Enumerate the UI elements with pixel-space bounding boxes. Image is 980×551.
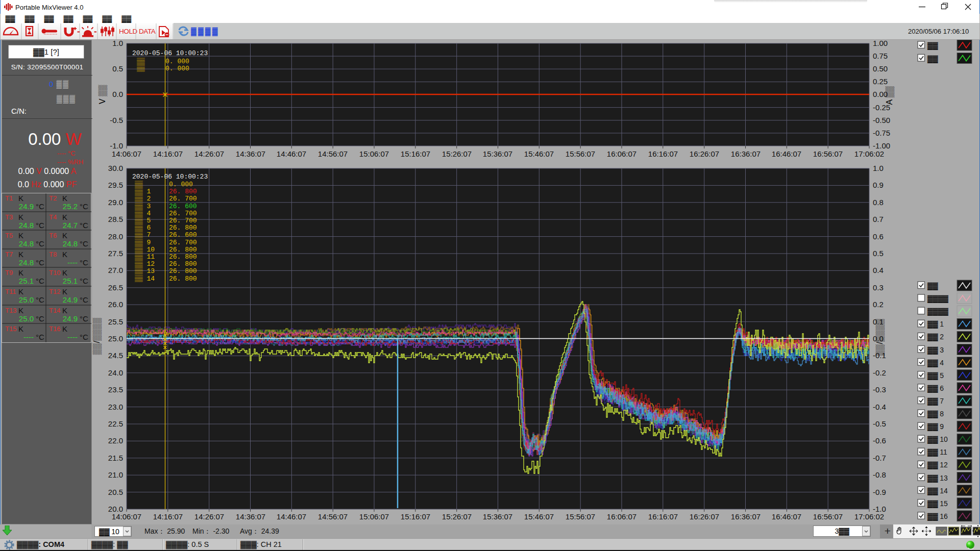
svg-text:22.0: 22.0 xyxy=(108,436,123,445)
svg-text:▒▒: ▒▒ xyxy=(137,58,145,65)
svg-text:14:26:07: 14:26:07 xyxy=(194,512,224,521)
svg-text:▒▒/▒▒▒▒: ▒▒/▒▒▒▒ xyxy=(92,317,102,355)
svg-text:K: K xyxy=(18,250,23,259)
svg-text:▒▒ 7: ▒▒ 7 xyxy=(135,231,151,239)
svg-text:0. 000: 0. 000 xyxy=(165,58,189,65)
svg-text:14:36:07: 14:36:07 xyxy=(236,512,265,521)
svg-text:0. 000: 0. 000 xyxy=(165,65,189,72)
svg-text:14:46:07: 14:46:07 xyxy=(277,149,306,158)
svg-text:15:16:07: 15:16:07 xyxy=(401,149,430,158)
svg-text:27.5: 27.5 xyxy=(108,249,123,258)
svg-text:16:26:07: 16:26:07 xyxy=(690,512,719,521)
svg-text:K: K xyxy=(62,194,67,203)
svg-text:K: K xyxy=(62,268,67,277)
svg-text:K: K xyxy=(62,213,67,221)
svg-text:0.4: 0.4 xyxy=(873,266,884,274)
svg-text:24.8: 24.8 xyxy=(19,258,34,267)
svg-text:29.0: 29.0 xyxy=(108,198,123,207)
svg-text:30.0: 30.0 xyxy=(108,164,123,172)
svg-text:K: K xyxy=(18,324,23,333)
svg-text:15:56:07: 15:56:07 xyxy=(566,149,595,158)
svg-text:24.8: 24.8 xyxy=(19,239,34,248)
svg-text:▒▒ 5: ▒▒ 5 xyxy=(135,217,151,224)
svg-text:K: K xyxy=(18,306,23,315)
svg-text:▓▓▓▓: ▓▓▓▓ xyxy=(927,294,949,304)
svg-text:K: K xyxy=(18,213,23,221)
svg-text:▓▓ 6: ▓▓ 6 xyxy=(927,384,944,393)
svg-text:1.00: 1.00 xyxy=(873,40,888,47)
svg-text:14:16:07: 14:16:07 xyxy=(153,512,183,521)
svg-text:T4: T4 xyxy=(49,213,57,221)
svg-text:23.0: 23.0 xyxy=(108,403,123,411)
svg-text:16:46:07: 16:46:07 xyxy=(772,149,801,158)
svg-text:14:36:07: 14:36:07 xyxy=(236,149,265,158)
svg-text:24.8: 24.8 xyxy=(63,239,78,248)
svg-text:▒▒ 11: ▒▒ 11 xyxy=(135,253,155,261)
svg-text:24.5: 24.5 xyxy=(108,351,123,360)
svg-text:15:26:07: 15:26:07 xyxy=(442,149,472,158)
svg-text:29.5: 29.5 xyxy=(108,181,123,189)
svg-text:0.9: 0.9 xyxy=(873,181,884,189)
svg-text:K: K xyxy=(62,231,67,240)
svg-text:26.0: 26.0 xyxy=(108,300,123,309)
svg-text:0.3: 0.3 xyxy=(873,283,884,292)
svg-text:A ▒▒: A ▒▒ xyxy=(885,86,894,105)
svg-text:T3: T3 xyxy=(5,213,13,221)
svg-text:°C: °C xyxy=(80,239,88,248)
svg-text:25.1: 25.1 xyxy=(63,277,78,285)
svg-text:0.2: 0.2 xyxy=(873,300,884,309)
svg-text:25.0: 25.0 xyxy=(19,295,34,304)
svg-text:26. 700: 26. 700 xyxy=(169,217,197,224)
svg-text:0.5: 0.5 xyxy=(873,249,884,258)
svg-text:26. 800: 26. 800 xyxy=(169,260,197,268)
svg-text:T6: T6 xyxy=(49,232,57,239)
svg-text:0.5: 0.5 xyxy=(112,64,123,73)
svg-text:-0.8: -0.8 xyxy=(873,470,886,479)
svg-text:-0.2: -0.2 xyxy=(873,368,886,377)
svg-text:16:36:07: 16:36:07 xyxy=(731,149,761,158)
svg-text:°C: °C xyxy=(80,202,88,211)
svg-text:24.8: 24.8 xyxy=(19,221,34,230)
svg-text:0.25: 0.25 xyxy=(873,77,888,86)
svg-text:▓▓ 1: ▓▓ 1 xyxy=(927,320,944,329)
svg-text:15:56:07: 15:56:07 xyxy=(566,512,595,521)
svg-text:K: K xyxy=(62,287,67,296)
svg-text:0.7: 0.7 xyxy=(873,215,884,223)
svg-text:T15: T15 xyxy=(5,325,16,333)
svg-text:24.9: 24.9 xyxy=(63,314,78,323)
svg-text:14:06:07: 14:06:07 xyxy=(112,512,141,521)
svg-text:1.0: 1.0 xyxy=(112,40,123,47)
svg-text:-0.6: -0.6 xyxy=(873,436,886,445)
svg-text:°C: °C xyxy=(80,314,88,323)
svg-text:°C: °C xyxy=(36,277,44,285)
svg-text:▒▒: ▒▒ xyxy=(135,181,143,188)
svg-text:15:36:07: 15:36:07 xyxy=(483,149,512,158)
svg-text:▓▓: ▓▓ xyxy=(927,41,938,51)
svg-text:24.9: 24.9 xyxy=(19,202,34,211)
svg-text:0.6: 0.6 xyxy=(873,232,884,241)
svg-text:25.5: 25.5 xyxy=(108,317,123,326)
svg-text:26. 800: 26. 800 xyxy=(169,188,197,195)
svg-text:-0.5: -0.5 xyxy=(110,116,123,124)
svg-text:T14: T14 xyxy=(49,307,60,314)
svg-text:▒▒/▒▒▒▒: ▒▒/▒▒▒▒ xyxy=(875,318,885,356)
svg-text:24.0: 24.0 xyxy=(108,368,123,377)
svg-text:25.0: 25.0 xyxy=(108,334,123,343)
svg-text:T11: T11 xyxy=(5,288,16,295)
svg-text:2020-05-06 10:00:23: 2020-05-06 10:00:23 xyxy=(132,173,208,181)
svg-text:16:36:07: 16:36:07 xyxy=(731,512,761,521)
svg-text:23.5: 23.5 xyxy=(108,385,123,394)
svg-text:K: K xyxy=(18,194,23,203)
svg-text:▓▓ 7: ▓▓ 7 xyxy=(927,397,944,406)
svg-text:▒▒ 9: ▒▒ 9 xyxy=(135,239,151,246)
svg-text:▓▓ 10: ▓▓ 10 xyxy=(927,435,948,444)
svg-text:K: K xyxy=(18,287,23,296)
svg-text:°C: °C xyxy=(80,295,88,304)
svg-text:T7: T7 xyxy=(5,251,13,258)
svg-text:26. 600: 26. 600 xyxy=(169,203,197,210)
svg-text:T2: T2 xyxy=(49,194,57,202)
svg-text:°C: °C xyxy=(80,221,88,230)
svg-text:26. 800: 26. 800 xyxy=(169,253,197,261)
svg-text:▓▓ 12: ▓▓ 12 xyxy=(927,461,948,470)
svg-text:14:56:07: 14:56:07 xyxy=(318,149,348,158)
